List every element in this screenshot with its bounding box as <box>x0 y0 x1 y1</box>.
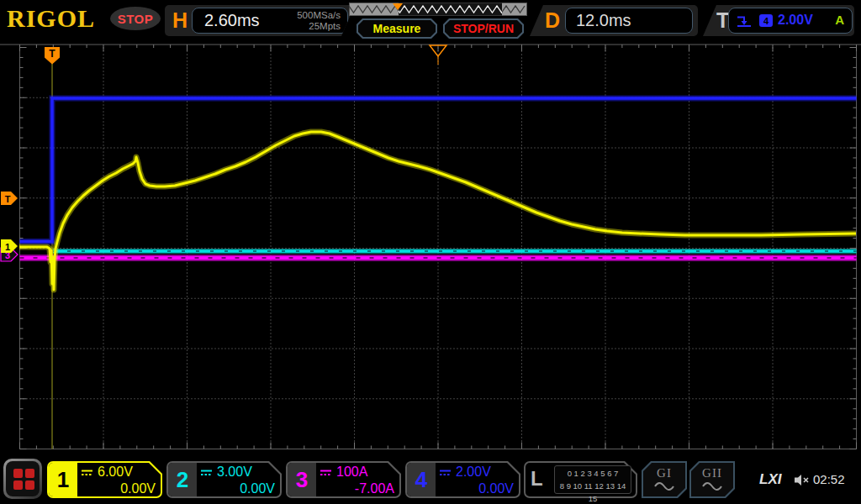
measure-button[interactable]: Measure <box>357 18 437 39</box>
run-state-badge: STOP <box>110 7 161 30</box>
channel-1-number: 1 <box>49 463 77 496</box>
channel-4-scale: 2.00V <box>456 465 491 480</box>
channel-3-offset: -7.00A <box>320 481 394 496</box>
channel-2-box[interactable]: 2 3.00V 0.00V <box>166 461 282 498</box>
timebase-value: 2.60ms <box>204 11 260 30</box>
lxi-status: LXI <box>759 471 781 488</box>
channel-3-number: 3 <box>288 463 316 496</box>
channel-4-box[interactable]: 4 2.00V 0.00V <box>405 461 520 498</box>
trigger-level-value: 2.00V <box>778 13 813 28</box>
memory-depth: 25Mpts <box>297 21 341 32</box>
svg-text:T: T <box>5 194 11 204</box>
delay-panel[interactable]: D 12.0ms <box>530 5 698 36</box>
generator-2-button[interactable]: GII <box>689 461 735 498</box>
dc-coupling-icon <box>81 469 93 476</box>
menu-grid-icon <box>6 461 40 496</box>
sample-rate: 500MSa/s <box>297 10 341 21</box>
logic-label: L <box>531 467 543 491</box>
channel-4-offset: 0.00V <box>439 481 514 496</box>
generator-1-label: GI <box>657 466 672 480</box>
dc-coupling-icon <box>320 469 332 476</box>
delay-value: 12.0ms <box>576 11 631 30</box>
sound-muted-icon <box>794 474 811 486</box>
trigger-label: T <box>716 8 729 33</box>
falling-edge-icon <box>736 15 753 28</box>
digital-row-1: 0 1 2 3 4 5 6 7 <box>555 467 631 480</box>
channel-1-scale: 6.00V <box>98 465 133 480</box>
delay-label: D <box>545 8 560 33</box>
acquisition-info: 500MSa/s 25Mpts <box>297 10 341 32</box>
sine-wave-icon <box>701 480 723 492</box>
digital-row-2: 8 9 10 11 12 13 14 15 <box>555 480 631 504</box>
channel-4-number: 4 <box>407 463 436 496</box>
digital-channels: 0 1 2 3 4 5 6 7 8 9 10 11 12 13 14 15 <box>554 465 631 494</box>
rigol-logo: RIGOL <box>7 4 95 33</box>
stop-run-button[interactable]: STOP/RUN <box>443 18 524 39</box>
channel-3-scale: 100A <box>336 465 367 480</box>
svg-text:T: T <box>49 48 55 60</box>
channel-1-offset: 0.00V <box>81 481 156 496</box>
trigger-panel[interactable]: T 4 2.00V A <box>703 5 854 36</box>
channel-2-scale: 3.00V <box>217 465 252 480</box>
menu-button[interactable] <box>3 459 42 499</box>
trigger-source-badge: 4 <box>759 14 773 27</box>
dc-coupling-icon <box>439 469 452 476</box>
horizontal-panel[interactable]: H 2.60ms 500MSa/s 25Mpts <box>165 5 355 36</box>
dc-coupling-icon <box>200 469 213 476</box>
svg-text:1: 1 <box>5 242 10 252</box>
channel-3-box[interactable]: 3 100A -7.00A <box>286 461 401 498</box>
horizontal-label: H <box>172 8 188 33</box>
channel-1-box[interactable]: 1 6.00V 0.00V <box>47 461 162 498</box>
waveform-display[interactable]: 31TT <box>0 0 861 504</box>
channel-2-number: 2 <box>168 463 197 496</box>
logic-analyzer-box[interactable]: L 0 1 2 3 4 5 6 7 8 9 10 11 12 13 14 15 <box>524 461 637 498</box>
generator-2-label: GII <box>702 466 722 480</box>
clock: 02:52 <box>813 472 845 486</box>
sine-wave-icon <box>653 480 675 492</box>
generator-1-button[interactable]: GI <box>642 461 687 498</box>
channel-2-offset: 0.00V <box>200 481 275 496</box>
trigger-sweep-mode: A <box>835 13 844 27</box>
memory-position-bar[interactable] <box>349 3 527 17</box>
